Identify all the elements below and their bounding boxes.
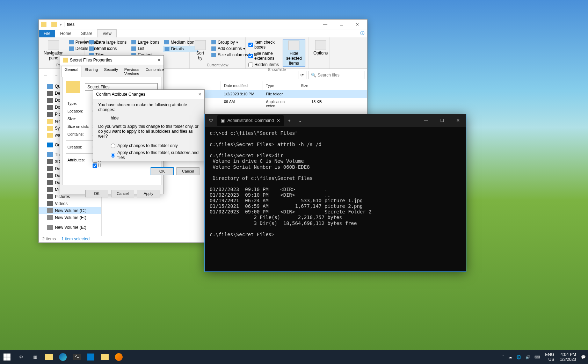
properties-titlebar[interactable]: Secret Files Properties ✕ bbox=[60, 56, 164, 65]
svg-rect-0 bbox=[3, 354, 7, 357]
edge-icon[interactable] bbox=[56, 350, 70, 364]
notifications-icon[interactable]: 💬 bbox=[579, 350, 588, 364]
extra-large-icons-option[interactable]: Extra large icons bbox=[88, 39, 128, 45]
terminal-titlebar[interactable]: 🛡 ▣ Administrator: Command Prom ✕ ＋ ⌄ — … bbox=[205, 114, 466, 127]
onedrive-tray-icon[interactable]: ☁ bbox=[506, 350, 514, 364]
selection-count: 1 item selected bbox=[61, 236, 90, 241]
close-button[interactable]: ✕ bbox=[450, 115, 466, 126]
close-tab-button[interactable]: ✕ bbox=[277, 118, 280, 123]
confirm-titlebar[interactable]: Confirm Attribute Changes ✕ bbox=[93, 90, 204, 99]
list-option[interactable]: List bbox=[130, 46, 161, 51]
folder-icon bbox=[41, 22, 46, 27]
cancel-button[interactable]: Cancel bbox=[176, 167, 199, 175]
explorer-icon[interactable] bbox=[42, 350, 56, 364]
sidebar-item-e-drive[interactable]: New Volume (E:) bbox=[39, 224, 101, 231]
taskbar: ⚙ ▥ >_ ˄ ☁ 🌐 🔊 ⌨ ENGUS 4:04 PM1/3/2023 💬 bbox=[0, 350, 588, 364]
sort-by-button[interactable]: Sort by bbox=[193, 39, 208, 61]
keyboard-tray-icon[interactable]: ⌨ bbox=[532, 350, 542, 364]
svg-rect-3 bbox=[7, 357, 10, 361]
svg-rect-2 bbox=[3, 357, 7, 361]
folder-icon bbox=[63, 58, 68, 63]
large-icons-option[interactable]: Large icons bbox=[130, 39, 161, 45]
cmd-icon: ▣ bbox=[221, 118, 225, 123]
tab-file[interactable]: File bbox=[39, 30, 55, 37]
file-extensions-checkbox[interactable]: File name extensions bbox=[248, 51, 281, 61]
tab-home[interactable]: Home bbox=[55, 30, 76, 37]
tab-sharing[interactable]: Sharing bbox=[81, 66, 101, 77]
close-button[interactable]: ✕ bbox=[157, 58, 161, 63]
volume-tray-icon[interactable]: 🔊 bbox=[523, 350, 532, 364]
start-button[interactable] bbox=[0, 350, 14, 364]
refresh-button[interactable]: ⟳ bbox=[298, 71, 306, 79]
tab-dropdown-button[interactable]: ⌄ bbox=[295, 118, 305, 123]
explorer-titlebar[interactable]: ▾ │ files — ☐ ✕ bbox=[39, 20, 367, 29]
maximize-button[interactable]: ☐ bbox=[336, 21, 346, 28]
sidebar-item-videos[interactable]: Videos bbox=[39, 200, 101, 207]
tab-share[interactable]: Share bbox=[76, 30, 97, 37]
ok-button[interactable]: OK bbox=[151, 167, 174, 175]
terminal-output[interactable]: c:\>cd c:\files\"Secret Files" c:\files\… bbox=[205, 127, 466, 241]
column-size[interactable]: Size bbox=[297, 81, 325, 90]
column-type[interactable]: Type bbox=[262, 81, 297, 90]
hide-selected-button[interactable]: Hide selected items bbox=[283, 39, 305, 67]
hidden-items-checkbox[interactable]: Hidden items bbox=[248, 62, 281, 67]
close-button[interactable]: ✕ bbox=[353, 21, 362, 28]
tab-customize[interactable]: Customize bbox=[143, 66, 167, 77]
small-icons-option[interactable]: Small icons bbox=[88, 46, 128, 51]
terminal-tab[interactable]: ▣ Administrator: Command Prom ✕ bbox=[217, 115, 284, 126]
minimize-button[interactable]: — bbox=[418, 115, 434, 126]
search-icon: 🔍 bbox=[311, 73, 316, 78]
clock[interactable]: 4:04 PM1/3/2023 bbox=[557, 352, 579, 362]
minimize-button[interactable]: — bbox=[320, 21, 330, 28]
folder-icon bbox=[66, 81, 80, 93]
task-view-icon[interactable]: ▥ bbox=[28, 350, 42, 364]
confirm-dialog: Confirm Attribute Changes ✕ You have cho… bbox=[93, 89, 205, 161]
folder-icon bbox=[51, 22, 57, 27]
back-button[interactable]: ← bbox=[42, 71, 50, 79]
close-button[interactable]: ✕ bbox=[198, 92, 202, 97]
window-title: files bbox=[67, 22, 74, 27]
maximize-button[interactable]: ☐ bbox=[434, 115, 450, 126]
network-tray-icon[interactable]: 🌐 bbox=[514, 350, 523, 364]
sidebar-item-c-drive[interactable]: New Volume (C:) bbox=[39, 207, 101, 214]
tab-view[interactable]: View bbox=[97, 29, 117, 37]
forward-button[interactable]: → bbox=[52, 71, 60, 79]
apply-all-radio[interactable]: Apply changes to this folder, subfolders… bbox=[98, 149, 199, 161]
tray-chevron-icon[interactable]: ˄ bbox=[500, 350, 506, 364]
settings-icon[interactable]: ⚙ bbox=[14, 350, 28, 364]
shield-icon: 🛡 bbox=[206, 116, 216, 125]
new-tab-button[interactable]: ＋ bbox=[284, 118, 295, 124]
vscode-icon[interactable] bbox=[84, 350, 98, 364]
sidebar-item-e-drive[interactable]: New Volume (E:) bbox=[39, 214, 101, 221]
options-button[interactable]: Options bbox=[311, 39, 330, 56]
firefox-icon[interactable] bbox=[112, 350, 126, 364]
apply-folder-only-radio[interactable]: Apply changes to this folder only bbox=[98, 142, 199, 149]
item-count: 2 items bbox=[42, 236, 56, 241]
search-input[interactable]: 🔍 Search files bbox=[308, 71, 364, 79]
item-check-boxes-checkbox[interactable]: Item check boxes bbox=[248, 39, 281, 50]
terminal-window: 🛡 ▣ Administrator: Command Prom ✕ ＋ ⌄ — … bbox=[204, 114, 466, 272]
terminal-icon[interactable]: >_ bbox=[70, 350, 84, 364]
tab-previous-versions[interactable]: Previous Versions bbox=[121, 66, 143, 77]
apply-button[interactable]: Apply bbox=[137, 190, 160, 197]
svg-rect-1 bbox=[7, 354, 10, 357]
explorer-icon[interactable] bbox=[98, 350, 112, 364]
cancel-button[interactable]: Cancel bbox=[111, 190, 134, 197]
help-icon[interactable]: ⓘ bbox=[360, 30, 367, 36]
tab-general[interactable]: General bbox=[61, 66, 81, 77]
ok-button[interactable]: OK bbox=[85, 190, 108, 197]
language-indicator[interactable]: ENGUS bbox=[542, 352, 557, 362]
column-date[interactable]: Date modified bbox=[220, 81, 262, 90]
tab-security[interactable]: Security bbox=[101, 66, 121, 77]
ribbon-tabs: File Home Share View ⓘ bbox=[39, 29, 367, 37]
